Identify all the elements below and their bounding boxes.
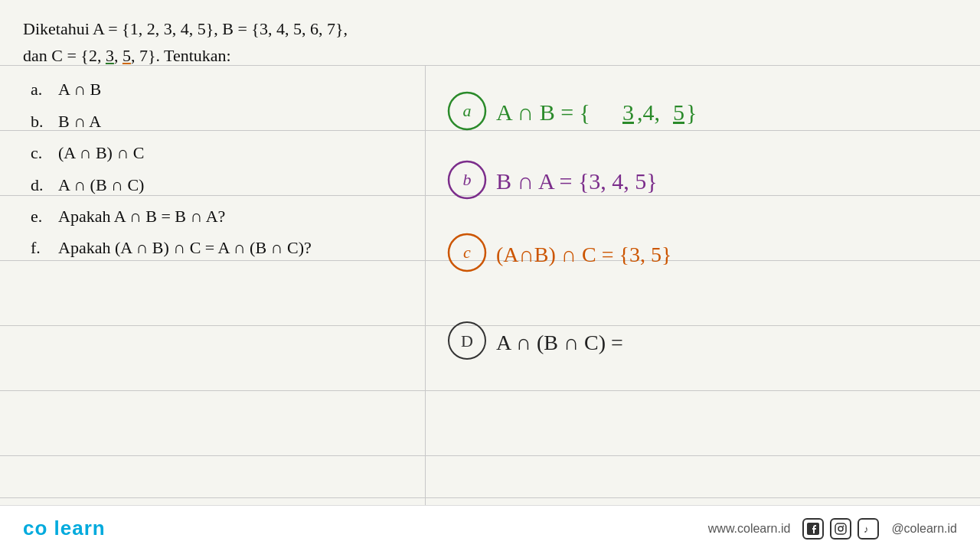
question-item-a: a. A ∩ B xyxy=(31,75,348,103)
answer-d: D A ∩ (B ∩ C) = xyxy=(444,314,812,370)
facebook-icon xyxy=(802,518,824,540)
q-label-f: f. xyxy=(31,233,46,262)
rule-line xyxy=(0,390,980,391)
answer-d-svg: D A ∩ (B ∩ C) = xyxy=(444,314,812,367)
answer-b: b B ∩ A = {3, 4, 5} xyxy=(444,153,773,210)
question-item-d: d. A ∩ (B ∩ C) xyxy=(31,171,348,199)
svg-text:A ∩ B = {: A ∩ B = { xyxy=(496,99,590,125)
social-icons: ♪ xyxy=(802,518,879,540)
main-content: Diketahui A = {1, 2, 3, 4, 5}, B = {3, 4… xyxy=(0,0,980,505)
svg-text:b: b xyxy=(463,170,472,189)
footer-right: www.colearn.id ♪ xyxy=(708,518,957,540)
q-text-d: A ∩ (B ∩ C) xyxy=(58,171,144,199)
answer-c-svg: c (A∩B) ∩ C = {3, 5} xyxy=(444,226,812,279)
q-label-a: a. xyxy=(31,75,46,103)
rule-line xyxy=(0,455,980,456)
q-label-c: c. xyxy=(31,139,46,167)
answer-a: a A ∩ B = { 3 ,4, 5 } xyxy=(444,84,773,141)
answer-a-svg: a A ∩ B = { 3 ,4, 5 } xyxy=(444,84,773,138)
question-item-f: f. Apakah (A ∩ B) ∩ C = A ∩ (B ∩ C)? xyxy=(31,233,348,262)
instagram-icon xyxy=(830,518,851,540)
answer-b-svg: b B ∩ A = {3, 4, 5} xyxy=(444,153,773,207)
svg-point-20 xyxy=(843,525,844,527)
answer-c: c (A∩B) ∩ C = {3, 5} xyxy=(444,226,812,282)
q-text-a: A ∩ B xyxy=(58,75,101,103)
question-item-b: b. B ∩ A xyxy=(31,107,348,135)
svg-text:3: 3 xyxy=(622,99,634,125)
rule-line xyxy=(0,497,980,498)
svg-text:B ∩ A = {3, 4, 5}: B ∩ A = {3, 4, 5} xyxy=(496,168,658,194)
q-label-d: d. xyxy=(31,171,46,199)
svg-text:,4,: ,4, xyxy=(637,99,660,125)
tiktok-icon: ♪ xyxy=(858,518,879,540)
intro-text: Diketahui A = {1, 2, 3, 4, 5}, B = {3, 4… xyxy=(23,15,348,69)
svg-text:c: c xyxy=(463,243,471,262)
question-item-e: e. Apakah A ∩ B = B ∩ A? xyxy=(31,202,348,230)
svg-text:♪: ♪ xyxy=(864,523,869,535)
intro-line2: dan C = {2, 3, 5, 7}. Tentukan: xyxy=(23,42,348,69)
svg-text:(A∩B) ∩ C = {3, 5}: (A∩B) ∩ C = {3, 5} xyxy=(496,243,671,266)
svg-point-19 xyxy=(838,527,843,531)
q-label-e: e. xyxy=(31,202,46,230)
q-text-b: B ∩ A xyxy=(58,107,101,135)
q-label-b: b. xyxy=(31,107,46,135)
svg-text:}: } xyxy=(686,99,697,125)
brand-logo: co learn xyxy=(23,517,106,540)
vertical-divider xyxy=(425,65,426,505)
question-item-c: c. (A ∩ B) ∩ C xyxy=(31,139,348,167)
q-text-c: (A ∩ B) ∩ C xyxy=(58,139,144,167)
social-handle: @colearn.id xyxy=(891,522,957,536)
svg-text:a: a xyxy=(463,101,472,120)
q-text-e: Apakah A ∩ B = B ∩ A? xyxy=(58,202,225,230)
svg-text:D: D xyxy=(461,331,473,350)
questions-section: Diketahui A = {1, 2, 3, 4, 5}, B = {3, 4… xyxy=(23,15,348,266)
question-items: a. A ∩ B b. B ∩ A c. (A ∩ B) ∩ C d. A ∩ … xyxy=(31,75,348,262)
intro-line1: Diketahui A = {1, 2, 3, 4, 5}, B = {3, 4… xyxy=(23,15,348,42)
svg-rect-18 xyxy=(835,523,846,534)
svg-text:A ∩ (B ∩ C) =: A ∩ (B ∩ C) = xyxy=(496,331,623,354)
footer: co learn www.colearn.id ♪ xyxy=(0,505,980,551)
q-text-f: Apakah (A ∩ B) ∩ C = A ∩ (B ∩ C)? xyxy=(58,233,312,262)
footer-url: www.colearn.id xyxy=(708,522,791,536)
svg-text:5: 5 xyxy=(673,99,684,125)
